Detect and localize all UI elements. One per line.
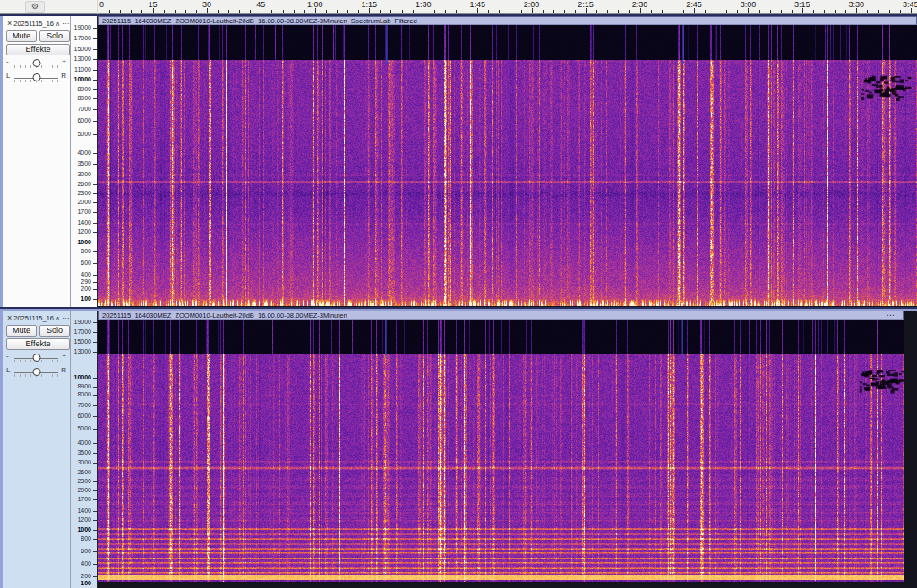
volume-min-label: - (6, 58, 9, 65)
frequency-label: 2300 (77, 190, 91, 197)
frequency-label: 2600 (77, 469, 91, 476)
timeline-tick (867, 10, 868, 13)
timeline-tick (564, 10, 565, 13)
frequency-label: 1000 (77, 239, 91, 246)
timeline-tick (207, 8, 208, 13)
timeline-tick (413, 10, 414, 13)
frequency-tick (93, 530, 97, 531)
track-2-frequency-ruler[interactable]: 1900017000150001300010000890080007000600… (71, 311, 98, 588)
track-menu-icon[interactable]: ⋯ (62, 314, 68, 322)
effects-button[interactable]: Effekte (6, 338, 70, 350)
frequency-tick (93, 539, 97, 540)
volume-slider[interactable]: - + (6, 352, 66, 364)
timeline-ruler[interactable]: 01530451:001:151:301:452:002:152:302:453… (0, 0, 917, 13)
spectrogram-track-2[interactable] (98, 320, 904, 582)
frequency-label: 400 (81, 271, 91, 278)
timeline-tick (141, 10, 142, 13)
clip-title-bar[interactable]: 20251115_164030MEZ_ZOOM0010-Lautheit-20d… (98, 311, 904, 320)
clip-menu-icon[interactable]: ⋯ (887, 311, 894, 320)
pan-left-label: L (6, 72, 10, 80)
frequency-label: 19000 (74, 319, 91, 326)
frequency-tick (93, 429, 97, 430)
frequency-tick (93, 251, 97, 252)
frequency-tick (93, 387, 97, 388)
close-icon[interactable]: × (7, 20, 12, 28)
empty-track-area (98, 582, 917, 588)
mute-button[interactable]: Mute (6, 325, 37, 337)
pan-slider[interactable]: L R (6, 72, 66, 84)
frequency-tick (93, 443, 97, 444)
frequency-label: 4000 (77, 149, 91, 157)
frequency-label: 6000 (77, 413, 91, 420)
frequency-label: 5000 (77, 425, 91, 432)
timeline-tick (802, 8, 803, 13)
timeline-tick (261, 8, 261, 13)
track-2-clip: 20251115_164030MEZ_ZOOM0010-Lautheit-20d… (98, 311, 904, 582)
timeline-tick (770, 10, 771, 13)
frequency-label: 1200 (77, 228, 91, 235)
timeline-tick (424, 8, 424, 13)
frequency-label: 3500 (77, 160, 91, 167)
frequency-tick (93, 564, 97, 565)
frequency-label: 17000 (74, 328, 91, 336)
timeline-tick (596, 10, 597, 13)
timeline-tick (586, 8, 587, 13)
solo-button[interactable]: Solo (39, 30, 70, 42)
frequency-label: 200 (81, 573, 91, 580)
timeline-tick (467, 10, 467, 13)
solo-button[interactable]: Solo (39, 325, 70, 337)
frequency-label: 1700 (77, 209, 91, 216)
frequency-label: 3000 (77, 171, 91, 178)
timeline-tick (900, 10, 901, 13)
timeline-tick (109, 10, 110, 13)
timeline-tick (402, 10, 403, 13)
timeline-tick (543, 10, 544, 13)
timeline-toolbar: ⚙ 01530451:001:151:301:452:002:152:302:4… (0, 0, 917, 14)
timeline-tick (510, 10, 510, 13)
mute-button[interactable]: Mute (6, 30, 37, 42)
volume-slider-thumb[interactable] (32, 354, 40, 362)
pan-slider-thumb[interactable] (32, 73, 40, 81)
pan-left-label: L (6, 367, 10, 374)
timeline-tick (532, 8, 533, 13)
timeline-tick (390, 10, 391, 13)
timeline-tick (889, 10, 890, 13)
timeline-tick (456, 10, 457, 13)
timeline-tick (358, 10, 359, 13)
collapse-icon[interactable]: ∧ (56, 315, 60, 322)
clip-title-bar[interactable]: 20251115_164030MEZ_ZOOM0010-Lautheit-20d… (98, 16, 917, 25)
timeline-tick (911, 8, 912, 13)
timeline-tick (250, 10, 251, 13)
frequency-label: 8000 (77, 95, 91, 102)
frequency-tick (93, 89, 97, 90)
spectrogram-track-1[interactable] (98, 25, 917, 306)
track-menu-icon[interactable]: ⋯ (62, 20, 68, 28)
frequency-tick (93, 49, 97, 50)
frequency-label: 8900 (77, 383, 91, 390)
timeline-tick (521, 10, 522, 13)
close-icon[interactable]: × (7, 314, 12, 322)
volume-slider-thumb[interactable] (32, 59, 40, 67)
track-2-name[interactable]: 20251115_16... (13, 314, 54, 322)
track-1-name[interactable]: 20251115_16... (13, 20, 54, 28)
empty-track-area (904, 311, 917, 582)
timeline-tick (228, 10, 229, 13)
frequency-label: 13000 (74, 55, 91, 63)
frequency-tick (93, 193, 97, 194)
collapse-icon[interactable]: ∧ (56, 21, 60, 28)
frequency-tick (93, 28, 97, 29)
effects-button[interactable]: Effekte (6, 44, 70, 55)
pan-slider[interactable]: L R (6, 366, 66, 379)
track-2-control-panel: × 20251115_16... ∧ ⋯ Mute Solo Effekte -… (3, 311, 71, 588)
frequency-label: 2000 (77, 487, 91, 494)
frequency-label: 3500 (77, 449, 91, 456)
frequency-label: 100 (81, 295, 91, 303)
timeline-tick (737, 10, 738, 13)
frequency-tick (93, 109, 97, 110)
frequency-tick (93, 38, 97, 39)
volume-slider[interactable]: - + (6, 57, 66, 70)
track-1-frequency-ruler[interactable]: 1900017000150001300011000100008900800070… (71, 16, 98, 307)
pan-slider-thumb[interactable] (32, 368, 40, 376)
frequency-tick (93, 511, 97, 512)
frequency-tick (93, 551, 97, 552)
